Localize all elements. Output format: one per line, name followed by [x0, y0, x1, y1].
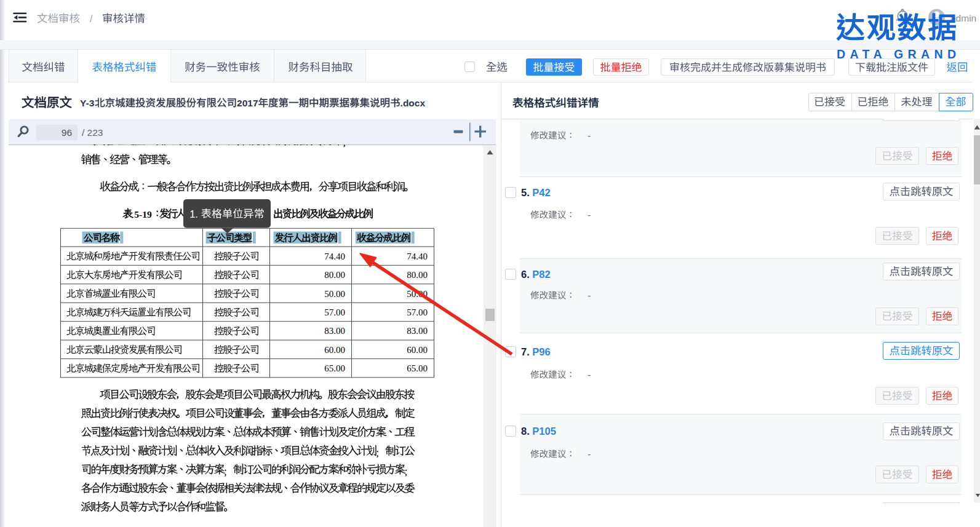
svg-text:-: -	[588, 210, 591, 220]
svg-text:57.00: 57.00	[407, 307, 428, 317]
svg-text:-: -	[588, 370, 591, 380]
svg-text:60.00: 60.00	[407, 345, 428, 355]
svg-text:1.: 1.	[189, 208, 198, 220]
svg-text:74.40: 74.40	[324, 252, 345, 261]
svg-text:2017: 2017	[237, 98, 258, 108]
svg-text:7.: 7.	[521, 346, 530, 357]
svg-text:DATA GRAND: DATA GRAND	[837, 47, 960, 61]
svg-text:/ 223: / 223	[82, 127, 103, 138]
svg-text:6.: 6.	[521, 269, 530, 280]
svg-text:74.40: 74.40	[407, 252, 428, 261]
svg-text:5-19: 5-19	[132, 209, 152, 220]
svg-text:-: -	[588, 449, 591, 459]
svg-text:.docx: .docx	[400, 98, 426, 108]
svg-text:-: -	[588, 130, 591, 141]
svg-text:83.00: 83.00	[407, 326, 428, 336]
svg-text:P105: P105	[532, 426, 556, 437]
svg-text:Y-3: Y-3	[80, 98, 95, 108]
svg-text:96: 96	[62, 127, 72, 138]
svg-text:P42: P42	[532, 187, 550, 198]
svg-text:83.00: 83.00	[324, 326, 345, 336]
svg-text:/: /	[90, 14, 93, 24]
svg-text:57.00: 57.00	[324, 307, 345, 317]
svg-text:65.00: 65.00	[324, 363, 345, 373]
svg-text:-: -	[588, 290, 591, 301]
svg-text:60.00: 60.00	[324, 345, 345, 355]
svg-text:65.00: 65.00	[407, 363, 428, 373]
svg-text:50.00: 50.00	[324, 289, 345, 299]
svg-text:5.: 5.	[521, 187, 530, 198]
svg-text:P96: P96	[532, 346, 550, 357]
svg-text:80.00: 80.00	[324, 270, 345, 280]
svg-text:P82: P82	[532, 269, 550, 280]
svg-text:80.00: 80.00	[407, 270, 428, 280]
svg-text:8.: 8.	[521, 426, 530, 437]
